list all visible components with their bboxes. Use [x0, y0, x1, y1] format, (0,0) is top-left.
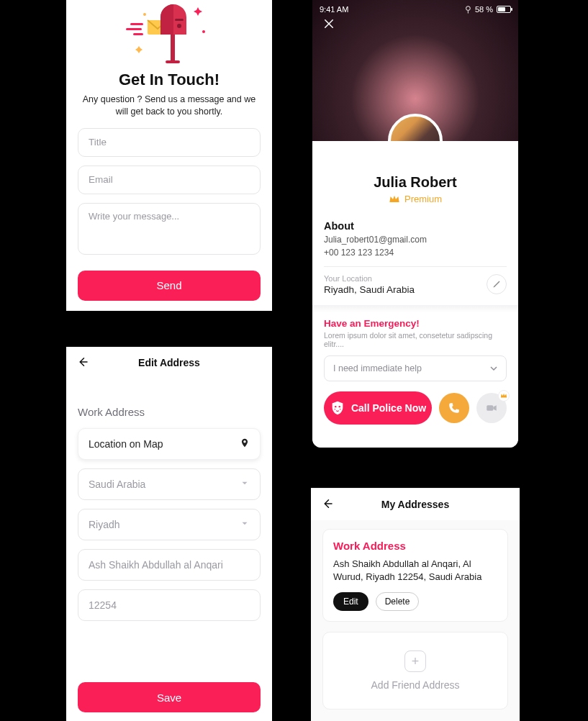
svg-rect-8 — [171, 35, 175, 60]
profile-email: Julia_robert01@gmail.com — [324, 235, 507, 245]
message-textarea[interactable] — [78, 203, 261, 255]
divider — [312, 305, 518, 312]
page-title: My Addresses — [381, 499, 449, 510]
svg-point-11 — [338, 406, 340, 407]
location-label: Your Location — [324, 274, 507, 283]
chevron-down-icon — [240, 519, 250, 531]
contact-screen: Get In Touch! Any question ? Send us a m… — [66, 0, 272, 311]
delete-button[interactable]: Delete — [376, 592, 420, 611]
back-button[interactable] — [321, 497, 334, 513]
address-card-title: Work Address — [333, 540, 497, 552]
phone-button[interactable] — [439, 393, 469, 423]
street-field[interactable] — [89, 559, 250, 571]
plus-icon: + — [404, 650, 426, 672]
location-on-map-button[interactable]: Location on Map — [78, 428, 261, 460]
svg-rect-6 — [175, 19, 184, 21]
location-value: Riyadh, Saudi Arabia — [324, 284, 507, 295]
shield-icon — [330, 400, 345, 416]
svg-point-0 — [143, 13, 146, 16]
my-addresses-screen: My Addresses Work Address Ash Shaikh Abd… — [311, 488, 520, 721]
country-select[interactable]: Saudi Arabia — [78, 468, 261, 500]
chevron-down-icon — [240, 479, 250, 491]
svg-point-7 — [177, 24, 181, 28]
call-police-button[interactable]: Call Police Now — [324, 391, 432, 425]
svg-point-13 — [340, 409, 340, 409]
premium-badge: Premium — [312, 194, 518, 204]
add-address-button[interactable]: + Add Friend Address — [322, 632, 508, 709]
svg-point-12 — [334, 409, 335, 409]
map-label: Location on Map — [89, 438, 163, 450]
status-bar: 9:41 AM ⚲ 58 % — [312, 3, 518, 16]
profile-screen: 9:41 AM ⚲ 58 % Julia Robert Premium Abou… — [312, 0, 518, 448]
bluetooth-icon: ⚲ — [465, 4, 471, 14]
edit-location-button[interactable] — [487, 274, 507, 294]
emergency-heading: Have an Emergency! — [324, 318, 507, 329]
section-label: Work Address — [78, 406, 261, 418]
svg-rect-9 — [166, 60, 180, 63]
street-input[interactable] — [78, 549, 261, 581]
contact-subtitle: Any question ? Send us a message and we … — [76, 94, 262, 118]
call-police-label: Call Police Now — [351, 402, 426, 414]
city-value: Riyadh — [89, 519, 120, 530]
chevron-down-icon — [490, 365, 497, 372]
help-select-value: I need immediate help — [333, 363, 422, 373]
battery-icon — [497, 6, 511, 13]
pencil-icon — [492, 280, 501, 289]
page-title: Edit Address — [138, 357, 200, 368]
arrow-left-icon — [76, 355, 89, 368]
profile-sheet: Julia Robert Premium About Julia_robert0… — [312, 141, 518, 448]
svg-point-1 — [202, 30, 205, 33]
header: Edit Address — [66, 347, 272, 378]
phone-icon — [448, 402, 461, 414]
premium-corner-badge — [498, 390, 510, 402]
address-card: Work Address Ash Shaikh Abdullah al Anqa… — [322, 529, 508, 622]
title-input[interactable] — [78, 128, 261, 157]
svg-rect-14 — [487, 405, 493, 411]
svg-rect-2 — [130, 23, 143, 25]
help-select[interactable]: I need immediate help — [324, 355, 507, 381]
contact-title: Get In Touch! — [66, 71, 272, 89]
close-icon[interactable] — [322, 17, 335, 33]
battery-pct: 58 % — [475, 5, 493, 14]
address-text: Ash Shaikh Abdullah al Anqari, Al Wurud,… — [333, 558, 497, 584]
pin-icon — [240, 438, 250, 450]
video-button[interactable] — [476, 393, 507, 423]
crown-icon — [389, 194, 400, 204]
about-heading: About — [324, 220, 507, 232]
svg-rect-3 — [126, 28, 142, 30]
edit-button[interactable]: Edit — [333, 592, 368, 611]
edit-address-screen: Edit Address Work Address Location on Ma… — [66, 347, 272, 721]
video-icon — [485, 402, 498, 414]
mailbox-illustration — [66, 3, 272, 65]
postal-input[interactable] — [78, 589, 261, 621]
premium-label: Premium — [404, 194, 442, 204]
city-select[interactable]: Riyadh — [78, 509, 261, 540]
back-button[interactable] — [76, 355, 89, 371]
country-value: Saudi Arabia — [89, 479, 145, 490]
svg-point-10 — [335, 406, 336, 407]
emergency-subtitle: Lorem ipsum dolor sit amet, consetetur s… — [324, 331, 507, 348]
svg-rect-4 — [133, 33, 143, 35]
arrow-left-icon — [321, 497, 334, 510]
add-address-label: Add Friend Address — [371, 679, 460, 691]
profile-name: Julia Robert — [312, 174, 518, 191]
status-time: 9:41 AM — [320, 5, 348, 14]
profile-phone: +00 123 123 1234 — [324, 248, 507, 258]
postal-field[interactable] — [89, 599, 250, 611]
header: My Addresses — [311, 489, 520, 520]
save-button[interactable]: Save — [78, 682, 261, 712]
email-input[interactable] — [78, 165, 261, 194]
send-button[interactable]: Send — [78, 271, 261, 301]
